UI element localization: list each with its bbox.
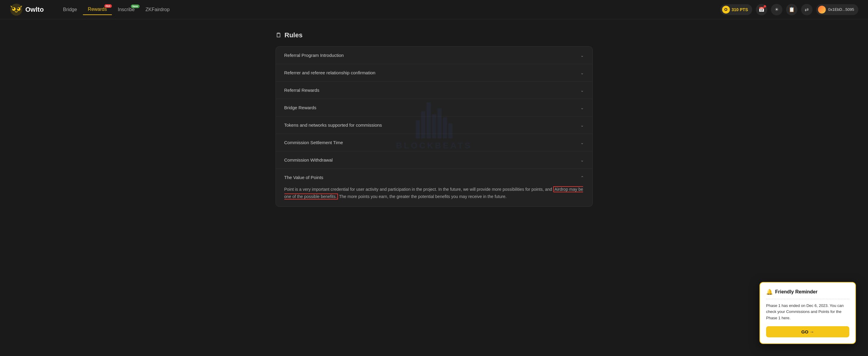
accordion-content-value-of-points: Point is a very important credential for…: [276, 186, 592, 207]
logo[interactable]: Owlto: [10, 3, 44, 16]
accordion-item-value-of-points: The Value of Points ⌄ Point is a very im…: [276, 169, 592, 207]
svg-point-0: [10, 4, 22, 16]
hot-badge: Hot: [104, 4, 112, 8]
chevron-down-icon: ⌄: [580, 158, 584, 163]
accordion-item-referrer-referee: Referrer and referee relationship confir…: [276, 64, 592, 81]
new-badge: New: [131, 4, 140, 8]
accordion-header-tokens-networks[interactable]: Tokens and networks supported for commis…: [276, 116, 592, 134]
reminder-body: Phase 1 has ended on Dec 6, 2023. You ca…: [766, 303, 849, 321]
svg-point-3: [13, 7, 14, 9]
rules-container: BLOCKBEATS Referral Program Introduction…: [276, 46, 593, 207]
calendar-icon: 📅: [758, 7, 765, 12]
svg-point-4: [18, 7, 19, 9]
accordion-header-bridge-rewards[interactable]: Bridge Rewards ⌄: [276, 99, 592, 116]
document-icon: 📋: [789, 7, 795, 12]
main-nav: Bridge Rewards Hot Inscribe New ZKFairdr…: [58, 4, 720, 15]
chevron-down-icon: ⌄: [580, 105, 584, 110]
rules-section-title: 🗒 Rules: [276, 31, 593, 39]
svg-point-1: [12, 7, 16, 11]
main-content: 🗒 Rules BLOCKBEATS Referral Program Intr…: [268, 19, 600, 219]
reminder-title: Friendly Reminder: [775, 289, 817, 295]
chevron-down-icon: ⌄: [580, 140, 584, 145]
sun-icon: ☀: [775, 7, 779, 12]
theme-button[interactable]: ☀: [771, 4, 782, 15]
swap-icon: ⇄: [805, 7, 809, 12]
calendar-button[interactable]: 📅: [756, 4, 767, 15]
svg-point-2: [17, 7, 21, 11]
bell-icon: 🔔: [766, 289, 773, 295]
chevron-down-icon: ⌄: [580, 123, 584, 128]
accordion-item-referral-rewards: Referral Rewards ⌄: [276, 81, 592, 99]
nav-item-inscribe[interactable]: Inscribe New: [113, 4, 140, 15]
accordion-item-bridge-rewards: Bridge Rewards ⌄: [276, 99, 592, 116]
logo-text: Owlto: [25, 6, 44, 13]
header: Owlto Bridge Rewards Hot Inscribe New ZK…: [0, 0, 868, 19]
accordion-header-value-of-points[interactable]: The Value of Points ⌄: [276, 169, 592, 186]
accordion-header-referrer-referee[interactable]: Referrer and referee relationship confir…: [276, 64, 592, 81]
pts-coin: O: [722, 6, 730, 13]
chevron-up-icon: ⌄: [580, 175, 584, 180]
reminder-header: 🔔 Friendly Reminder: [766, 289, 849, 295]
nav-item-bridge[interactable]: Bridge: [58, 4, 82, 15]
nav-item-rewards[interactable]: Rewards Hot: [83, 4, 112, 15]
reminder-toast: 🔔 Friendly Reminder Phase 1 has ended on…: [760, 282, 856, 344]
swap-button[interactable]: ⇄: [801, 4, 812, 15]
notification-dot: [764, 5, 766, 7]
wallet-avatar: [818, 6, 826, 13]
accordion-header-referral-intro[interactable]: Referral Program Introduction ⌄: [276, 47, 592, 64]
pts-value: 310 PTS: [732, 7, 748, 12]
accordion-header-commission-settlement[interactable]: Commission Settlement Time ⌄: [276, 134, 592, 151]
accordion-item-tokens-networks: Tokens and networks supported for commis…: [276, 116, 592, 134]
nav-item-zkfairdrop[interactable]: ZKFairdrop: [141, 4, 175, 15]
rules-icon: 🗒: [276, 32, 282, 39]
chevron-down-icon: ⌄: [580, 88, 584, 93]
accordion-item-commission-withdrawal: Commission Withdrawal ⌄: [276, 151, 592, 169]
reminder-divider: [766, 299, 849, 299]
pts-badge[interactable]: O 310 PTS: [720, 4, 752, 15]
document-button[interactable]: 📋: [786, 4, 798, 15]
wallet-button[interactable]: 0x1EbD...5095: [816, 4, 858, 15]
accordion-header-referral-rewards[interactable]: Referral Rewards ⌄: [276, 81, 592, 99]
accordion-header-commission-withdrawal[interactable]: Commission Withdrawal ⌄: [276, 151, 592, 169]
accordion-item-commission-settlement: Commission Settlement Time ⌄: [276, 134, 592, 151]
chevron-down-icon: ⌄: [580, 70, 584, 75]
chevron-down-icon: ⌄: [580, 53, 584, 58]
reminder-go-button[interactable]: GO →: [766, 326, 849, 337]
header-right: O 310 PTS 📅 ☀ 📋 ⇄ 0x1EbD...5095: [720, 4, 859, 15]
wallet-address: 0x1EbD...5095: [828, 7, 854, 12]
accordion-item-referral-intro: Referral Program Introduction ⌄: [276, 47, 592, 64]
